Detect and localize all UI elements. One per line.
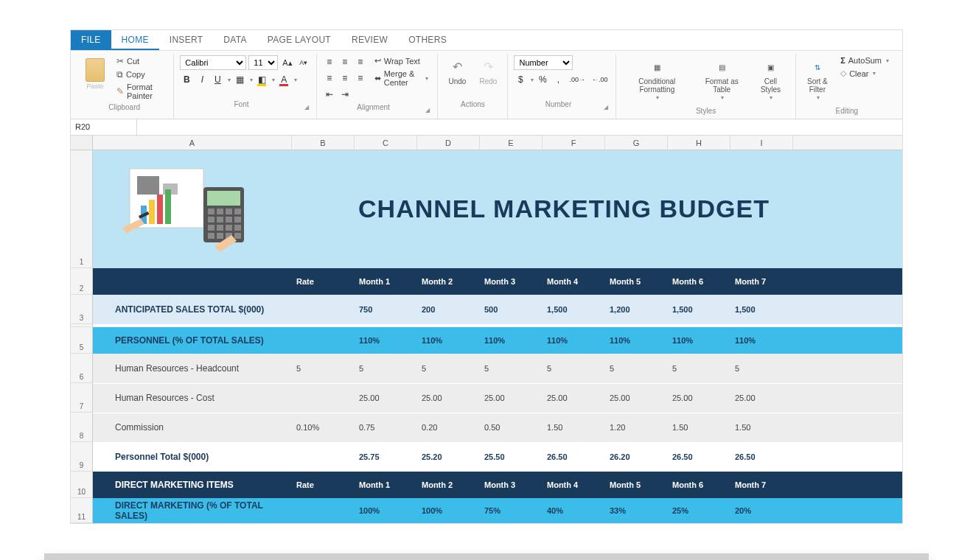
header-m5: Month 5 [605,270,668,293]
undo-button[interactable]: Undo [444,55,470,88]
tab-review[interactable]: REVIEW [341,30,398,50]
font-color-button[interactable]: A [277,73,290,86]
merge-center-button[interactable]: ⬌Merge & Center▾ [372,69,432,88]
direct-items-m2: Month 2 [417,473,480,497]
italic-button[interactable]: I [195,73,209,86]
autosum-button[interactable]: AutoSum▾ [837,55,892,66]
decrease-font-button[interactable]: A▾ [297,56,310,69]
personnel-pct-m6: 110% [668,329,730,352]
format-as-table-button[interactable]: ▤Format as Table▾ [696,55,747,105]
group-number: Number $▾ % , .00→ ←.00 Number ◢ [508,54,616,119]
cells-area[interactable]: CHANNEL MARKETING BUDGET Rate Month 1 Mo… [93,150,902,523]
header-m7: Month 7 [730,270,793,293]
align-top-button[interactable]: ≡ [323,55,336,69]
row-header-9[interactable]: 9 [71,442,93,472]
row-header-8[interactable]: 8 [71,413,93,442]
align-middle-button[interactable]: ≡ [338,55,352,69]
svg-rect-12 [226,209,232,214]
editing-group-label: Editing [802,105,892,117]
cut-button[interactable]: Cut [114,55,167,67]
col-header-I[interactable]: I [730,136,793,150]
direct-items-m4: Month 4 [543,473,605,497]
bold-button[interactable]: B [180,73,193,86]
row-header-5[interactable]: 5 [71,327,93,354]
row-header-3[interactable]: 3 [71,295,93,324]
align-center-button[interactable]: ≡ [338,71,352,85]
col-header-C[interactable]: C [355,136,417,150]
conditional-formatting-button[interactable]: ▦Conditional Formatting▾ [622,55,691,105]
font-color-dropdown[interactable]: ▾ [294,77,297,83]
svg-rect-16 [226,217,232,223]
col-header-F[interactable]: F [543,136,605,150]
anticipated-row: ANTICIPATED SALES TOTAL $(000) 750 200 5… [93,295,902,324]
percent-button[interactable]: % [536,73,549,86]
font-dialog-launcher[interactable]: ◢ [303,104,310,111]
clear-label: Clear [849,69,868,78]
formula-input[interactable] [137,125,902,128]
format-painter-button[interactable]: Format Painter [114,82,167,101]
cell-styles-button[interactable]: ▣Cell Styles▾ [752,55,789,105]
row-header-1[interactable]: 1 [71,150,93,268]
decrease-indent-button[interactable]: ⇤ [323,88,336,101]
commission-rate: 0.10% [292,416,355,439]
fill-color-dropdown[interactable]: ▾ [272,77,275,83]
row-header-6[interactable]: 6 [71,354,93,383]
align-right-button[interactable]: ≡ [354,71,367,85]
font-size-select[interactable]: 11 [248,55,278,70]
increase-indent-button[interactable]: ⇥ [338,88,352,101]
direct-pct-label: DIRECT MARKETING (% OF TOTAL SALES) [93,493,292,528]
row-header-2[interactable]: 2 [71,268,93,295]
comma-button[interactable]: , [551,73,565,86]
select-all-corner[interactable] [71,136,93,150]
tab-page-layout[interactable]: PAGE LAYOUT [257,30,341,50]
col-header-B[interactable]: B [292,136,355,150]
currency-button[interactable]: $ [514,73,527,86]
brush-icon [116,86,124,97]
tab-insert[interactable]: INSERT [159,30,214,50]
group-editing: ⇅Sort & Filter▾ AutoSum▾ Clear▾ Editing [796,54,898,119]
svg-rect-11 [217,209,223,214]
wrap-icon: ↩ [374,56,381,66]
tab-home[interactable]: HOME [111,30,159,50]
increase-font-button[interactable]: A▴ [280,56,294,69]
hr-headcount-m4: 5 [543,357,605,380]
currency-dropdown[interactable]: ▾ [531,77,534,83]
tab-file[interactable]: FILE [71,30,111,50]
underline-dropdown[interactable]: ▾ [228,77,231,83]
col-header-A[interactable]: A [93,136,292,150]
copy-button[interactable]: Copy [114,69,167,80]
svg-rect-21 [234,225,241,231]
name-box[interactable]: R20 [71,119,137,135]
increase-decimal-button[interactable]: .00→ [567,73,587,86]
fill-color-button[interactable]: ◧ [255,73,268,86]
direct-pct-m1: 100% [355,499,417,522]
align-bottom-button[interactable]: ≡ [354,55,367,69]
group-alignment: ≡ ≡ ≡ ≡ ≡ ≡ ⇤ ⇥ ↩Wrap Text [317,54,439,119]
redo-button[interactable]: Redo [475,55,501,88]
number-format-select[interactable]: Number [514,55,573,70]
sort-filter-button[interactable]: ⇅Sort & Filter▾ [802,55,834,105]
alignment-dialog-launcher[interactable]: ◢ [424,107,431,113]
underline-button[interactable]: U [211,73,224,86]
col-header-H[interactable]: H [668,136,730,150]
row-header-10[interactable]: 10 [71,472,93,498]
clear-button[interactable]: Clear▾ [837,68,892,79]
col-header-D[interactable]: D [417,136,480,150]
row-header-7[interactable]: 7 [71,383,93,413]
hr-cost-m1: 25.00 [355,386,417,410]
row-header-11[interactable]: 11 [71,498,93,523]
number-dialog-launcher[interactable]: ◢ [602,104,610,111]
wrap-text-button[interactable]: ↩Wrap Text [372,55,432,66]
col-header-E[interactable]: E [480,136,543,150]
align-left-button[interactable]: ≡ [323,71,336,85]
font-family-select[interactable]: Calibri [180,55,246,70]
tab-others[interactable]: OTHERS [398,30,457,50]
tab-data[interactable]: DATA [213,30,257,50]
paste-button[interactable]: Paste [81,55,109,94]
copy-label: Copy [126,70,145,79]
border-dropdown[interactable]: ▾ [250,77,253,83]
border-button[interactable]: ▦ [233,73,246,86]
decrease-decimal-button[interactable]: ←.00 [590,73,610,86]
personnel-total-row: Personnel Total $(000) 25.75 25.20 25.50… [93,442,902,472]
col-header-G[interactable]: G [605,136,668,150]
